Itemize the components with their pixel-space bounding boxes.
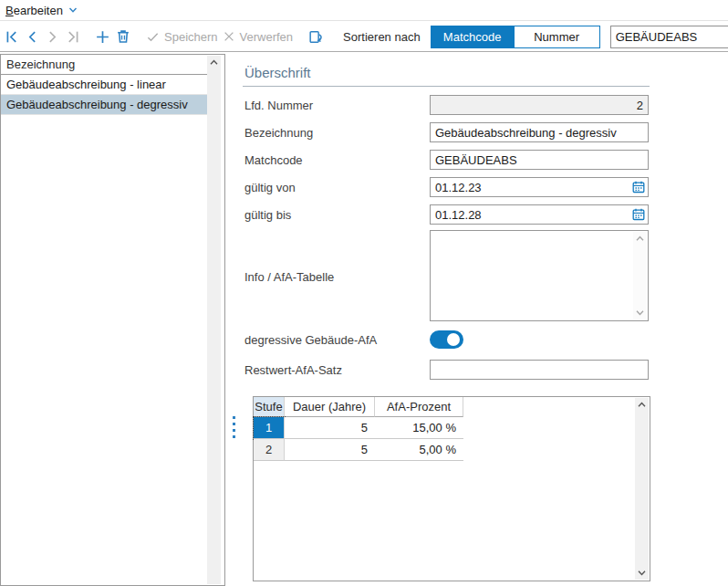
record-list-panel: Bezeichnung Gebäudeabschreibung - linear… [0, 54, 225, 586]
column-header-dauer[interactable]: Dauer (Jahre) [285, 397, 375, 417]
detail-form-panel: Überschrift Lfd. Nummer Bezeichnung Matc… [237, 55, 650, 586]
filter-input[interactable] [610, 26, 728, 48]
save-button[interactable]: Speichern [146, 30, 218, 44]
calendar-icon[interactable] [630, 206, 647, 223]
cell-dauer[interactable]: 5 [285, 439, 375, 461]
degressiv-label: degressive Gebäude-AfA [244, 333, 377, 347]
sort-nummer-button[interactable]: Nummer [515, 26, 600, 48]
lfd-nummer-label: Lfd. Nummer [244, 99, 313, 112]
cell-dauer[interactable]: 5 [285, 417, 375, 439]
add-record-button[interactable] [95, 26, 110, 47]
nav-next-button[interactable] [45, 26, 60, 47]
form-title: Überschrift [244, 65, 311, 80]
list-scrollbar[interactable] [207, 56, 221, 584]
nav-last-button[interactable] [65, 26, 80, 47]
info-label: Info / AfA-Tabelle [244, 270, 334, 284]
gueltig-von-wrap [430, 177, 649, 197]
list-item-linear[interactable]: Gebäudeabschreibung - linear [1, 75, 207, 95]
switch-view-button[interactable] [307, 26, 325, 47]
scroll-down-icon[interactable] [637, 568, 647, 578]
gueltig-von-field[interactable] [430, 177, 649, 197]
cell-prozent[interactable]: 15,00 % [375, 417, 463, 439]
cell-stufe[interactable]: 2 [254, 439, 285, 461]
afa-table-header: Stufe Dauer (Jahre) AfA-Prozent [254, 397, 650, 417]
discard-button[interactable]: Verwerfen [223, 30, 294, 44]
discard-button-label: Verwerfen [240, 30, 294, 44]
scroll-up-icon[interactable] [209, 58, 219, 68]
gueltig-von-label: gültig von [244, 181, 296, 194]
check-icon [146, 30, 160, 44]
matchcode-field[interactable] [430, 150, 649, 170]
nav-prev-button[interactable] [25, 26, 40, 47]
calendar-icon[interactable] [630, 179, 647, 195]
sort-toggle-group: Matchcode Nummer [431, 26, 600, 48]
delete-record-button[interactable] [115, 26, 131, 47]
table-row[interactable]: 2 5 5,00 % [254, 439, 650, 461]
scroll-down-icon[interactable] [635, 308, 645, 318]
scroll-up-icon[interactable] [635, 234, 645, 244]
bezeichnung-label: Bezeichnung [244, 126, 313, 140]
chevron-down-icon[interactable] [67, 4, 79, 16]
table-drag-handle[interactable] [233, 416, 236, 440]
gueltig-bis-label: gültig bis [244, 208, 291, 222]
degressiv-toggle[interactable] [430, 330, 463, 349]
list-header: Bezeichnung [1, 55, 207, 75]
table-row[interactable]: 1 5 15,00 % [254, 417, 650, 439]
info-scrollbar[interactable] [633, 232, 647, 319]
close-icon [223, 30, 235, 43]
nav-first-button[interactable] [5, 26, 20, 47]
table-scrollbar[interactable] [635, 398, 649, 580]
list-item-degressiv[interactable]: Gebäudeabschreibung - degressiv [1, 95, 207, 115]
restwert-label: Restwert-AfA-Satz [244, 363, 342, 377]
menu-bearbeiten[interactable]: Bearbeiten [5, 4, 63, 17]
toolbar: Speichern Verwerfen Sortieren nach Match… [0, 22, 728, 52]
lfd-nummer-field [430, 95, 649, 115]
menu-bar: Bearbeiten [0, 0, 728, 21]
save-button-label: Speichern [164, 30, 218, 44]
sort-matchcode-button[interactable]: Matchcode [431, 26, 515, 48]
gueltig-bis-field[interactable] [430, 204, 649, 225]
matchcode-label: Matchcode [244, 153, 303, 167]
scroll-up-icon[interactable] [637, 400, 647, 410]
column-header-stufe[interactable]: Stufe [254, 397, 285, 417]
app-window: Bearbeiten Speichern [0, 0, 728, 586]
afa-table: Stufe Dauer (Jahre) AfA-Prozent 1 5 15,0… [253, 396, 650, 581]
gueltig-bis-wrap [430, 204, 649, 225]
bezeichnung-field[interactable] [430, 122, 649, 142]
cell-stufe[interactable]: 1 [254, 417, 285, 439]
toggle-knob [447, 333, 460, 346]
title-rule [243, 86, 650, 87]
sort-by-label: Sortieren nach [343, 30, 421, 44]
column-header-prozent[interactable]: AfA-Prozent [375, 397, 463, 417]
info-textarea[interactable] [430, 230, 649, 321]
restwert-field[interactable] [430, 360, 649, 380]
cell-prozent[interactable]: 5,00 % [375, 439, 463, 461]
